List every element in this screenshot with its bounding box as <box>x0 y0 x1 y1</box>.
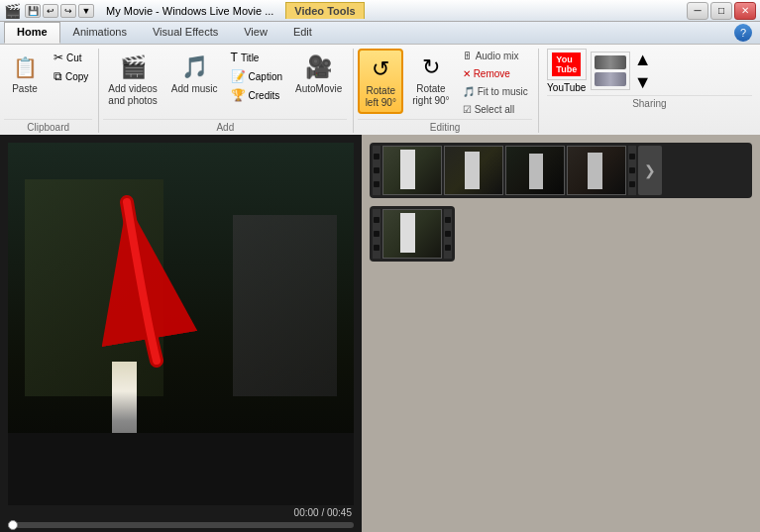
ribbon-tabs: Home Animations Visual Effects View Edit… <box>0 22 760 45</box>
film-hole-2 <box>374 167 380 173</box>
sharing-icons: YouTube YouTube ▲ ▼ <box>547 49 752 93</box>
remove-button[interactable]: ✕ Remove <box>459 66 532 81</box>
title-bar-left: 🎬 💾 ↩ ↪ ▼ My Movie - Windows Live Movie … <box>4 2 365 19</box>
caption-button[interactable]: 📝 Caption <box>227 67 286 85</box>
copy-button[interactable]: ⧉ Copy <box>50 67 92 85</box>
credits-icon: 🏆 <box>231 88 246 102</box>
add-music-label: Add music <box>171 83 218 95</box>
film-frame-2[interactable] <box>444 146 503 195</box>
film-hole-1 <box>374 154 380 160</box>
audio-mix-icon: 🎚 <box>463 51 473 61</box>
title-button[interactable]: T Title <box>227 49 286 66</box>
paste-button[interactable]: 📋 Paste <box>4 49 46 98</box>
youtube-button[interactable]: YouTube YouTube <box>547 49 587 93</box>
title-label: Title <box>241 53 260 63</box>
frame-figure <box>465 152 480 189</box>
scroll-up-icon[interactable]: ▲ <box>634 50 652 70</box>
rotate-left-icon: ↺ <box>365 53 396 85</box>
copy-label: Copy <box>65 71 88 82</box>
film-frame-1[interactable] <box>382 146 442 195</box>
add-label: Add <box>103 119 347 133</box>
film-thumb-right-marker <box>444 209 452 259</box>
caption-label: Caption <box>249 71 282 82</box>
add-videos-button[interactable]: 🎬 Add videosand photos <box>103 49 163 110</box>
film-frame-img-1 <box>383 147 441 194</box>
clipboard-label: Clipboard <box>4 119 92 133</box>
film-hole-12 <box>445 245 451 251</box>
title-bar: 🎬 💾 ↩ ↪ ▼ My Movie - Windows Live Movie … <box>0 0 760 22</box>
add-videos-label: Add videosand photos <box>108 83 158 107</box>
scene-floor <box>8 433 354 505</box>
select-all-label: Select all <box>475 104 515 115</box>
caption-icon: 📝 <box>231 69 246 83</box>
film-thumbnail-frame[interactable] <box>382 209 442 259</box>
add-music-button[interactable]: 🎵 Add music <box>166 49 223 98</box>
video-tools-tab[interactable]: Video Tools <box>285 2 364 19</box>
redo-button[interactable]: ↪ <box>60 4 76 18</box>
tab-view[interactable]: View <box>231 22 280 44</box>
add-items: 🎬 Add videosand photos 🎵 Add music T Tit… <box>103 49 347 117</box>
automovie-icon: 🎥 <box>303 52 335 83</box>
video-preview-panel: 00:00 / 00:45 ◀ ▶ ▶▶ <box>0 135 362 532</box>
film-strip-thumbnail <box>370 206 455 262</box>
remove-label: Remove <box>474 68 510 79</box>
maximize-button[interactable]: □ <box>710 2 732 20</box>
ribbon-group-clipboard: 📋 Paste ✂ Cut ⧉ Copy Clipboard <box>2 49 99 133</box>
minimize-button[interactable]: ─ <box>687 2 708 20</box>
tab-visual-effects[interactable]: Visual Effects <box>140 22 231 44</box>
dropdown-button[interactable]: ▼ <box>78 4 94 18</box>
select-all-button[interactable]: ☑ Select all <box>459 102 532 117</box>
fit-to-music-label: Fit to music <box>478 86 528 97</box>
audio-mix-label: Audio mix <box>476 51 519 61</box>
rotate-left-label: Rotateleft 90° <box>366 85 396 109</box>
credits-label: Credits <box>249 90 280 101</box>
rotate-left-button[interactable]: ↺ Rotateleft 90° <box>358 49 403 114</box>
film-frame-4[interactable] <box>567 146 626 195</box>
select-all-icon: ☑ <box>463 104 472 115</box>
save-button[interactable]: 💾 <box>25 4 41 18</box>
tab-home[interactable]: Home <box>4 22 60 44</box>
youtube-icon: YouTube <box>547 49 587 80</box>
scrubber-track[interactable] <box>8 522 354 528</box>
scroll-down-icon[interactable]: ▼ <box>634 72 652 93</box>
film-strip-next-arrow[interactable]: ❯ <box>638 146 662 195</box>
rotate-right-label: Rotateright 90° <box>412 83 449 107</box>
film-frame-img-2 <box>445 147 502 194</box>
film-hole-10 <box>445 217 451 223</box>
sharing-scroll-buttons[interactable]: ▲ ▼ <box>634 50 652 93</box>
tab-animations[interactable]: Animations <box>60 22 140 44</box>
ribbon-group-editing: ↺ Rotateleft 90° ↻ Rotateright 90° 🎚 Aud… <box>356 49 538 133</box>
ribbon-group-sharing: YouTube YouTube ▲ ▼ Sharing <box>541 49 758 133</box>
fit-to-music-button[interactable]: 🎵 Fit to music <box>459 84 532 99</box>
audio-mix-button[interactable]: 🎚 Audio mix <box>459 49 532 63</box>
video-scrubber[interactable] <box>0 520 362 530</box>
close-button[interactable]: ✕ <box>734 2 756 20</box>
app-icon: 🎬 <box>4 3 21 19</box>
ribbon-group-add: 🎬 Add videosand photos 🎵 Add music T Tit… <box>101 49 354 133</box>
automovie-button[interactable]: 🎥 AutoMovie <box>290 49 347 98</box>
window-title: My Movie - Windows Live Movie ... <box>106 5 273 17</box>
automovie-label: AutoMovie <box>295 83 342 95</box>
fit-music-icon: 🎵 <box>463 86 475 97</box>
editing-items: ↺ Rotateleft 90° ↻ Rotateright 90° 🎚 Aud… <box>358 49 531 117</box>
film-hole-11 <box>445 231 451 237</box>
sharing-option-1 <box>595 55 626 69</box>
credits-button[interactable]: 🏆 Credits <box>227 86 286 104</box>
sharing-options[interactable] <box>591 52 630 90</box>
cut-button[interactable]: ✂ Cut <box>50 49 92 66</box>
film-frame-3[interactable] <box>505 146 565 195</box>
frame-figure <box>529 154 543 189</box>
title-icon: T <box>231 51 238 64</box>
film-left-marker <box>373 146 380 195</box>
youtube-label-badge: YouTube <box>552 53 581 76</box>
paste-label: Paste <box>12 83 38 95</box>
cut-icon: ✂ <box>54 51 63 64</box>
sharing-label: Sharing <box>547 95 752 109</box>
help-button[interactable]: ? <box>734 24 752 42</box>
scrubber-thumb[interactable] <box>8 520 18 530</box>
film-hole-3 <box>374 181 380 187</box>
add-music-icon: 🎵 <box>178 52 210 83</box>
undo-button[interactable]: ↩ <box>43 4 58 18</box>
rotate-right-button[interactable]: ↻ Rotateright 90° <box>407 49 454 110</box>
tab-edit[interactable]: Edit <box>280 22 325 44</box>
